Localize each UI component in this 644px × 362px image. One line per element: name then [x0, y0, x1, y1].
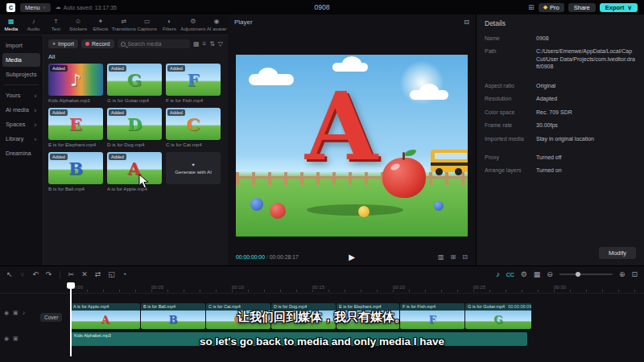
list-view-icon[interactable]: ≡: [202, 40, 206, 47]
media-thumbnail: B Added: [48, 152, 103, 184]
apple-graphic: [382, 158, 426, 198]
tab-effects[interactable]: ✦Effects: [89, 18, 112, 31]
sort-icon[interactable]: ⇅: [209, 40, 215, 47]
tab-text[interactable]: TText: [45, 18, 68, 31]
time-ruler[interactable]: 00:00 00:05 00:10 00:15 00:20 00:25 00:3…: [0, 282, 644, 294]
tab-ai-avatar[interactable]: ◉AI avatar: [205, 18, 228, 31]
share-button[interactable]: Share: [568, 3, 596, 12]
video-preview[interactable]: A: [236, 55, 468, 237]
sidebar-item-spaces[interactable]: Spaces∨: [2, 117, 40, 131]
sidebar-item-yours[interactable]: Yours∨: [2, 88, 40, 102]
grid-view-icon[interactable]: ▦: [193, 40, 200, 47]
sidebar-item-library[interactable]: Library∨: [2, 132, 40, 146]
sidebar-item-import[interactable]: Import: [2, 39, 40, 52]
tab-label: Captions: [137, 26, 156, 31]
grid-overlay-icon[interactable]: ⊞: [451, 253, 456, 261]
mute-track-icon[interactable]: ♪: [496, 270, 500, 278]
media-item-g-guitar[interactable]: G Added G is for Guitar.mp4: [107, 64, 162, 103]
undo-icon[interactable]: ↶: [32, 270, 39, 278]
added-badge: Added: [109, 154, 126, 160]
crop-icon[interactable]: ◱: [108, 270, 115, 278]
media-item-e-elephant[interactable]: E Added E is for Elephant.mp4: [48, 108, 103, 147]
media-thumbnail: F Added: [166, 64, 221, 96]
record-dot-icon: [85, 42, 89, 46]
zoom-slider-knob[interactable]: [576, 272, 580, 277]
media-item-f-fish[interactable]: F Added F is for Fish.mp4: [166, 64, 221, 103]
detail-label: Imported media: [485, 135, 530, 142]
ruler-ticks: [71, 290, 636, 292]
media-thumbnail: D Added: [107, 108, 162, 140]
player-expand-icon[interactable]: ⊡: [464, 19, 469, 26]
details-panel: Details Name 0908 Path C:/Users/Emenwe/A…: [476, 14, 644, 265]
music-note-icon: ♪: [70, 70, 80, 90]
tab-captions[interactable]: ▭Captions: [136, 18, 159, 31]
tab-label: Adjustment: [180, 26, 205, 31]
media-item-name: E is for Elephant.mp4: [48, 142, 103, 147]
media-item-name: B is for Ball.mp4: [48, 186, 103, 191]
tab-label: Audio: [27, 26, 40, 31]
pro-label: Pro: [550, 4, 559, 11]
track-layout-icon[interactable]: ▦: [534, 270, 541, 278]
cursor-tool-icon[interactable]: ↖: [6, 270, 13, 278]
ratio-icon[interactable]: ▥: [438, 253, 444, 261]
split-icon[interactable]: ✂: [68, 270, 75, 278]
media-item-kids-alphabet[interactable]: ♪ Added Kids Alphabet.mp3: [48, 64, 103, 103]
filter-icon[interactable]: ▽: [218, 40, 223, 47]
zoom-out-icon[interactable]: ⊖: [547, 270, 553, 278]
export-button[interactable]: Export ∨: [600, 3, 638, 12]
tab-media[interactable]: ▦Media: [0, 18, 23, 31]
import-button[interactable]: + Import: [48, 39, 78, 48]
fit-timeline-icon[interactable]: ⊡: [631, 270, 638, 278]
generate-with-ai-tile[interactable]: ✦ Generate with AI: [166, 152, 221, 191]
redo-icon[interactable]: ↷: [46, 270, 52, 278]
media-thumbnail: E Added: [48, 108, 103, 140]
media-item-b-ball[interactable]: B Added B is for Ball.mp4: [48, 152, 103, 191]
tab-filters[interactable]: ◐Filters: [159, 18, 181, 31]
media-search[interactable]: [118, 39, 190, 48]
chevron-down-icon: ∨: [43, 5, 46, 10]
sidebar-label: Spaces: [6, 121, 25, 128]
layout-grid-icon[interactable]: ⊞: [528, 3, 535, 11]
sidebar-label: Subprojects: [6, 71, 37, 78]
export-chevron-icon: ∨: [628, 4, 633, 11]
delete-icon[interactable]: ✕: [81, 270, 88, 278]
play-button[interactable]: ▶: [349, 253, 355, 261]
pro-button[interactable]: ◆ Pro: [539, 3, 564, 12]
section-all-label[interactable]: All: [48, 53, 223, 60]
media-item-name: C is for Cat.mp4: [166, 142, 221, 147]
detail-value: Adapted: [536, 95, 636, 102]
timeline-settings-icon[interactable]: ⚙: [521, 270, 527, 278]
chevron-down-icon: ∨: [34, 122, 37, 127]
search-input[interactable]: [128, 41, 187, 47]
detail-row-proxy: Proxy Turned off: [485, 154, 636, 161]
modify-button[interactable]: Modify: [599, 247, 636, 259]
media-item-c-cat[interactable]: C Added C is for Cat.mp4: [166, 108, 221, 147]
sidebar-item-dreamina[interactable]: Dreamina: [2, 146, 40, 160]
player-header: Player ⊡: [228, 14, 476, 30]
auto-captions-icon[interactable]: CC: [506, 272, 514, 278]
tab-transitions[interactable]: ⇄Transitions: [112, 18, 136, 31]
fullscreen-icon[interactable]: ⊡: [462, 253, 468, 261]
tab-label: AI avatar: [207, 26, 227, 31]
letter-glyph: F: [188, 70, 200, 90]
zoom-slider[interactable]: [559, 274, 613, 275]
sidebar-item-ai-media[interactable]: AI media∨: [2, 103, 40, 117]
speed-icon[interactable]: ◔: [122, 270, 126, 278]
record-button[interactable]: Record: [81, 39, 114, 48]
tab-audio[interactable]: ♪Audio: [23, 18, 45, 31]
tab-stickers[interactable]: ☺Stickers: [67, 18, 89, 31]
tool-dropdown-icon[interactable]: ∨: [20, 270, 26, 278]
media-item-a-apple[interactable]: A Added A is for Apple.mp4: [107, 152, 162, 191]
sidebar-item-subprojects[interactable]: Subprojects: [2, 68, 40, 81]
media-item-d-dog[interactable]: D Added D is for Dog.mp4: [107, 108, 162, 147]
ai-avatar-icon: ◉: [214, 18, 220, 25]
chevron-down-icon: ∨: [34, 108, 37, 113]
zoom-in-icon[interactable]: ⊕: [619, 270, 625, 278]
tab-adjustment[interactable]: ⚙Adjustment: [180, 18, 205, 31]
menu-button[interactable]: Menu ∨: [20, 3, 51, 12]
letter-glyph: G: [127, 70, 142, 90]
mirror-icon[interactable]: ⇄: [95, 270, 101, 278]
tab-label: Text: [52, 26, 60, 31]
sidebar-item-media[interactable]: Media: [2, 53, 40, 67]
added-badge: Added: [167, 65, 185, 72]
